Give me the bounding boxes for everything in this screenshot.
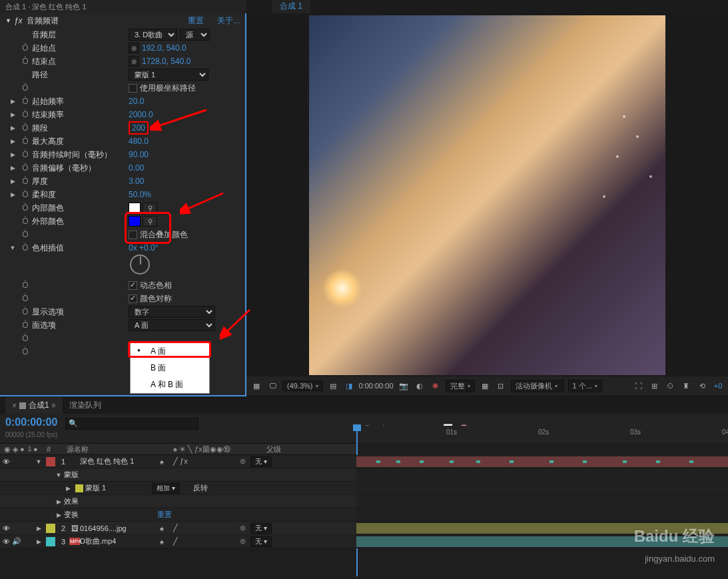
value-start-freq[interactable]: 20.0 — [129, 97, 144, 106]
stopwatch-icon[interactable]: Ò — [19, 307, 32, 316]
checkbox-blend[interactable] — [129, 231, 137, 239]
checkbox-polar[interactable] — [129, 84, 137, 93]
layer-name[interactable]: D歌曲.mp4 — [80, 536, 160, 546]
visibility-icon[interactable]: 👁 — [0, 524, 12, 532]
stopwatch-icon[interactable]: Ò — [19, 97, 32, 106]
keyframe-button[interactable]: ⊕ — [129, 56, 139, 67]
guide-icon[interactable]: ⊡ — [495, 380, 507, 392]
col-label[interactable]: ● — [33, 445, 47, 453]
tab-comp-timeline[interactable]: × 合成1 ≡ — [5, 397, 63, 414]
mask-mode-select[interactable]: 相加 ▾ — [152, 483, 180, 494]
stopwatch-icon[interactable]: Ò — [19, 281, 32, 290]
value-end-point[interactable]: 1728.0, 540.0 — [142, 57, 190, 66]
expand-icon[interactable]: ▶ — [53, 498, 64, 505]
col-source[interactable]: 源名称 — [67, 444, 173, 454]
track-fx[interactable] — [356, 495, 728, 508]
expand-icon[interactable]: ▶ — [7, 151, 19, 158]
stopwatch-icon[interactable]: Ò — [19, 294, 32, 303]
value-offset[interactable]: 0.00 — [129, 163, 144, 173]
mask-name[interactable]: 蒙版 1 — [85, 483, 152, 493]
select-audio-layer[interactable]: 3. D歌曲 — [129, 29, 177, 41]
screen-icon[interactable]: 🖵 — [266, 380, 278, 392]
viewer-time[interactable]: 0:00:00:00 — [359, 382, 394, 390]
audio-icon[interactable]: 🔊 — [12, 537, 21, 546]
timeline-icon[interactable]: ⏲ — [664, 380, 676, 392]
mask-invert-label[interactable]: 反转 — [193, 483, 208, 493]
track-mask[interactable] — [356, 468, 728, 482]
timeline-search[interactable]: 🔍 — [65, 418, 198, 430]
swatch-outer[interactable] — [129, 216, 141, 227]
stopwatch-icon[interactable]: Ò — [19, 150, 32, 159]
composition-viewer[interactable] — [246, 13, 728, 376]
layer-color[interactable] — [46, 524, 55, 533]
stopwatch-icon[interactable]: Ò — [19, 217, 32, 226]
grid-icon[interactable]: ⊞ — [648, 380, 660, 392]
track-trans[interactable] — [356, 508, 728, 522]
select-source[interactable]: 源 — [180, 29, 210, 41]
expand-icon[interactable]: ▶ — [33, 538, 44, 545]
layer-row-mask1[interactable]: ▶ 蒙版 1 相加 ▾ 反转 — [0, 482, 356, 495]
collapse-icon[interactable]: ▼ — [5, 17, 11, 24]
value-softness[interactable]: 50.0% — [129, 190, 151, 199]
stopwatch-icon[interactable]: Ò — [19, 230, 32, 239]
reset-link[interactable]: 重置 — [188, 15, 204, 27]
expand-icon[interactable]: ▶ — [7, 178, 19, 185]
stopwatch-icon[interactable]: Ò — [19, 110, 32, 119]
expand-icon[interactable]: ▶ — [33, 525, 44, 532]
layer-row-effects[interactable]: ▶ 效果 — [0, 495, 356, 508]
layer-row-3[interactable]: 👁 🔊 ▶ 3 MP4 D歌曲.mp4 ♠ ╱ ⊚ 无 ▾ — [0, 535, 356, 548]
expand-icon[interactable]: ▶ — [7, 111, 19, 118]
views-select[interactable]: 1 个... — [568, 380, 602, 392]
tab-composition[interactable]: 合成 1 — [272, 0, 310, 15]
value-thickness[interactable]: 3.00 — [129, 177, 144, 186]
channels-icon[interactable]: ◐ — [414, 380, 426, 392]
add-icon[interactable]: +0 — [712, 380, 724, 392]
stopwatch-icon[interactable]: Ò — [19, 43, 32, 53]
expand-icon[interactable]: ▶ — [7, 191, 19, 198]
value-start-point[interactable]: 192.0, 540.0 — [142, 43, 186, 53]
refresh-icon[interactable]: ⟲ — [696, 380, 708, 392]
value-duration[interactable]: 90.00 — [129, 150, 149, 159]
select-path[interactable]: 蒙版 1 — [129, 69, 208, 81]
track-mask1[interactable] — [356, 482, 728, 495]
mask-color[interactable] — [75, 484, 83, 492]
layer-name[interactable]: 0164956....jpg — [80, 524, 160, 532]
value-bands[interactable]: 200 — [132, 123, 145, 133]
stopwatch-icon[interactable]: Ò — [19, 190, 32, 199]
track-2[interactable] — [356, 522, 728, 535]
stopwatch-icon[interactable]: Ò — [19, 57, 32, 66]
select-side-opt[interactable]: A 面 — [129, 319, 215, 331]
tab-render-queue[interactable]: 渲染队列 — [63, 397, 108, 414]
snapshot-icon[interactable]: 📷 — [398, 380, 410, 392]
visibility-icon[interactable]: 👁 — [0, 458, 12, 466]
flowchart-icon[interactable]: ♜ — [680, 380, 692, 392]
visibility-icon[interactable]: 👁 — [0, 538, 12, 546]
stopwatch-icon[interactable]: Ò — [19, 83, 32, 93]
layer-row-mask[interactable]: ▼ 蒙版 — [0, 468, 356, 482]
dropdown-item-b[interactable]: B 面 — [131, 360, 209, 376]
parent-select[interactable]: 无 ▾ — [250, 456, 272, 467]
checkbox-color-sym[interactable] — [129, 294, 137, 303]
track-3[interactable] — [356, 535, 728, 548]
region-icon[interactable]: ▦ — [250, 380, 262, 392]
expand-icon[interactable]: ▶ — [7, 138, 19, 145]
transform-reset[interactable]: 重置 — [157, 510, 172, 520]
value-end-freq[interactable]: 2000.0 — [129, 110, 153, 119]
parent-select[interactable]: 无 ▾ — [250, 523, 272, 534]
expand-icon[interactable]: ▶ — [53, 512, 64, 518]
zoom-select[interactable]: (49.3%) — [282, 380, 323, 391]
stopwatch-icon[interactable]: Ò — [19, 243, 32, 253]
stopwatch-icon[interactable]: Ò — [19, 320, 32, 330]
eyedropper-icon[interactable]: ⚲ — [143, 216, 157, 227]
expand-icon[interactable]: ▶ — [7, 125, 19, 131]
timeline-time[interactable]: 0:00:00:00 — [5, 416, 57, 428]
effect-name[interactable]: 音频频谱 — [27, 15, 175, 27]
layer-row-1[interactable]: 👁 ▼ 1 深色 红色 纯色 1 ♠ ╱ ƒx ⊚ 无 ▾ — [0, 455, 356, 468]
crop-icon[interactable]: ⛶ — [632, 380, 644, 392]
stopwatch-icon[interactable]: Ò — [19, 347, 32, 356]
layer-row-2[interactable]: 👁 ▶ 2 🖼 0164956....jpg ♠ ╱ ⊚ 无 ▾ — [0, 522, 356, 535]
swatch-inner[interactable] — [129, 203, 141, 213]
collapse-icon[interactable]: ▼ — [7, 245, 19, 251]
layer-color[interactable] — [46, 537, 55, 546]
track-1[interactable] — [356, 455, 728, 468]
